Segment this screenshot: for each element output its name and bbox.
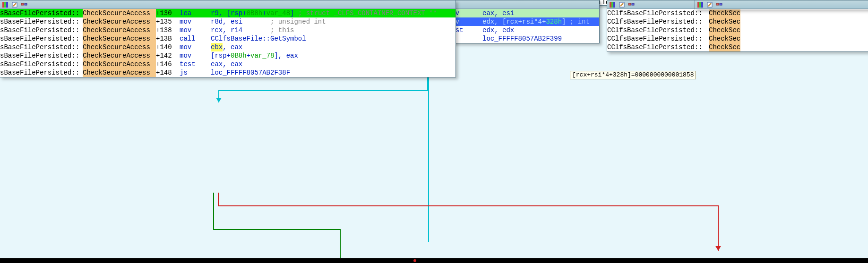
disasm-row[interactable]: CClfsBaseFilePersisted::CheckSec bbox=[607, 34, 868, 43]
disasm-row[interactable]: sBaseFilePersisted::CheckSecureAccess+13… bbox=[0, 17, 455, 26]
color-icon[interactable] bbox=[2, 1, 9, 8]
disasm-row[interactable]: CClfsBaseFilePersisted::CheckSec bbox=[607, 43, 868, 51]
disasm-body: sBaseFilePersisted::CheckSecureAccess+13… bbox=[0, 9, 455, 77]
color-icon[interactable] bbox=[609, 1, 616, 8]
group-icon[interactable] bbox=[628, 1, 635, 8]
edge-center-to-bottom bbox=[215, 76, 451, 110]
group-icon[interactable] bbox=[716, 1, 722, 8]
svg-rect-9 bbox=[610, 2, 611, 8]
edge-bottom-green bbox=[213, 192, 354, 263]
disasm-row[interactable]: sBaseFilePersisted::CheckSecureAccess+13… bbox=[0, 9, 455, 17]
node-titlebar[interactable] bbox=[0, 0, 455, 9]
disasm-row[interactable]: sBaseFilePersisted::CheckSecureAccess+14… bbox=[0, 60, 455, 68]
svg-rect-14 bbox=[632, 3, 634, 5]
svg-marker-2 bbox=[715, 246, 721, 251]
disasm-row[interactable]: CClfsBaseFilePersisted::CheckSec bbox=[607, 26, 868, 34]
svg-rect-15 bbox=[2, 2, 4, 8]
value-tooltip: [rcx+rsi*4+328h]=0000000000001858 bbox=[570, 71, 696, 79]
disasm-row[interactable]: sBaseFilePersisted::CheckSecureAccess+14… bbox=[0, 68, 455, 77]
svg-rect-11 bbox=[613, 2, 615, 8]
svg-rect-25 bbox=[716, 3, 719, 5]
disasm-row[interactable]: sBaseFilePersisted::CheckSecureAccess+14… bbox=[0, 43, 455, 51]
svg-rect-21 bbox=[697, 2, 699, 8]
edge-center-to-right bbox=[428, 76, 664, 246]
disasm-node-bottom[interactable]: sBaseFilePersisted::CheckSecureAccess+13… bbox=[0, 0, 456, 77]
disasm-row[interactable]: CClfsBaseFilePersisted::CheckSec bbox=[607, 17, 868, 26]
svg-rect-16 bbox=[4, 2, 6, 8]
group-icon[interactable] bbox=[21, 1, 27, 8]
svg-rect-17 bbox=[6, 2, 8, 8]
edit-icon[interactable] bbox=[619, 1, 625, 8]
disasm-row[interactable]: CClfsBaseFilePersisted::CheckSec bbox=[607, 9, 868, 17]
svg-rect-23 bbox=[701, 2, 703, 8]
edge-bottom-red bbox=[217, 192, 728, 263]
svg-rect-20 bbox=[25, 3, 27, 5]
node-titlebar[interactable] bbox=[695, 0, 868, 9]
disasm-row[interactable]: sBaseFilePersisted::CheckSecureAccess+13… bbox=[0, 34, 455, 43]
svg-rect-26 bbox=[720, 3, 722, 5]
svg-marker-1 bbox=[216, 98, 222, 102]
svg-rect-13 bbox=[628, 3, 631, 5]
color-icon[interactable] bbox=[697, 1, 704, 8]
disasm-node-bottom-right[interactable] bbox=[695, 0, 868, 9]
svg-rect-19 bbox=[21, 3, 24, 5]
disasm-row[interactable]: sBaseFilePersisted::CheckSecureAccess+14… bbox=[0, 51, 455, 60]
svg-rect-22 bbox=[699, 2, 701, 8]
bottom-bar bbox=[0, 258, 868, 263]
disasm-body: CClfsBaseFilePersisted::CheckSecCClfsBas… bbox=[607, 9, 868, 51]
edit-icon[interactable] bbox=[11, 1, 18, 8]
svg-rect-10 bbox=[611, 2, 613, 8]
edit-icon[interactable] bbox=[706, 1, 713, 8]
disasm-row[interactable]: sBaseFilePersisted::CheckSecureAccess+13… bbox=[0, 26, 455, 34]
